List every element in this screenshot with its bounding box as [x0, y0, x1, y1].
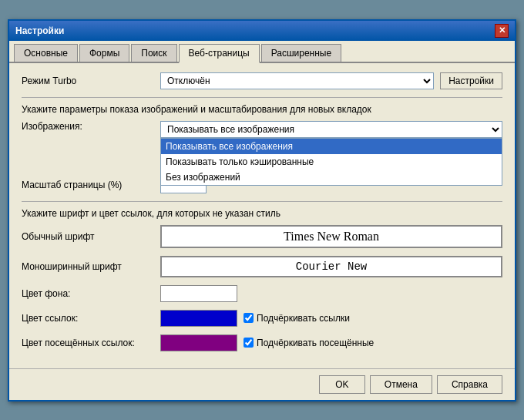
visited-color-label: Цвет посещённых ссылок: [22, 338, 160, 348]
divider-2 [22, 201, 502, 202]
underline-links-checkbox[interactable] [244, 313, 254, 323]
bg-color-label: Цвет фона: [22, 288, 160, 299]
main-content: Режим Turbo Отключён Включён Автоматичес… [9, 63, 515, 368]
images-dropdown-container: Показывать все изображения Показывать то… [160, 121, 502, 138]
fonts-section-title: Укажите шрифт и цвет ссылок, для которых… [22, 208, 502, 219]
close-button[interactable]: ✕ [495, 24, 509, 38]
tab-webpages[interactable]: Веб-страницы [179, 44, 260, 63]
images-option-0[interactable]: Показывать все изображения [161, 139, 502, 154]
mono-font-button[interactable]: Courier New [160, 256, 502, 277]
images-select[interactable]: Показывать все изображения Показывать то… [160, 121, 502, 138]
bottom-bar: OK Отмена Справка [9, 368, 515, 400]
tab-forms[interactable]: Формы [79, 44, 129, 62]
mono-font-label: Моноширинный шрифт [22, 261, 160, 272]
underline-links-label: Подчёркивать ссылки [244, 313, 350, 324]
visited-color-row: Цвет посещённых ссылок: Подчёркивать пос… [22, 334, 502, 351]
scale-label: Масштаб страницы (%) [22, 180, 160, 190]
visited-color-swatch[interactable] [160, 334, 237, 351]
underline-visited-checkbox[interactable] [244, 338, 254, 348]
tab-search[interactable]: Поиск [131, 44, 176, 62]
images-option-1[interactable]: Показывать только кэшированные [161, 154, 502, 170]
normal-font-button[interactable]: Times New Roman [160, 225, 502, 248]
underline-visited-label: Подчёркивать посещённые [244, 338, 374, 348]
title-bar: Настройки ✕ [9, 21, 515, 41]
ok-button[interactable]: OK [319, 375, 365, 394]
turbo-label: Режим Turbo [22, 76, 160, 86]
images-section-title: Укажите параметры показа изображений и м… [22, 104, 502, 115]
bg-color-swatch[interactable] [160, 285, 237, 302]
mono-font-row: Моноширинный шрифт Courier New [22, 256, 502, 277]
divider-1 [22, 97, 502, 98]
bg-color-row: Цвет фона: [22, 285, 502, 302]
link-color-row: Цвет ссылок: Подчёркивать ссылки [22, 310, 502, 327]
turbo-select[interactable]: Отключён Включён Автоматически [160, 72, 434, 89]
normal-font-label: Обычный шрифт [22, 231, 160, 242]
tab-advanced[interactable]: Расширенные [261, 44, 342, 62]
link-color-swatch[interactable] [160, 310, 237, 327]
tab-bar: Основные Формы Поиск Веб-страницы Расшир… [9, 41, 515, 63]
window-title: Настройки [15, 25, 64, 36]
settings-window: Настройки ✕ Основные Формы Поиск Веб-стр… [8, 19, 516, 402]
images-row: Изображения: Показывать все изображения … [22, 121, 502, 138]
turbo-row: Режим Turbo Отключён Включён Автоматичес… [22, 72, 502, 89]
images-label: Изображения: [22, 121, 160, 132]
cancel-button[interactable]: Отмена [370, 375, 432, 394]
turbo-settings-button[interactable]: Настройки [440, 72, 502, 89]
normal-font-row: Обычный шрифт Times New Roman [22, 225, 502, 248]
images-dropdown-menu: Показывать все изображения Показывать то… [160, 138, 502, 186]
help-button[interactable]: Справка [437, 375, 502, 394]
tab-osnov[interactable]: Основные [14, 44, 78, 62]
images-option-2[interactable]: Без изображений [161, 170, 502, 185]
link-color-label: Цвет ссылок: [22, 313, 160, 324]
